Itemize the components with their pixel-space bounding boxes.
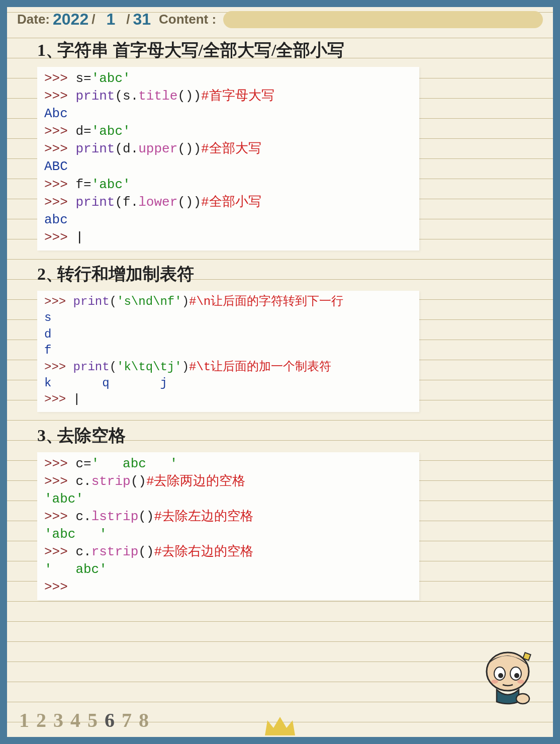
section-2-text: 转行和增加制表符 bbox=[57, 265, 194, 283]
svg-point-8 bbox=[516, 694, 529, 704]
page-4[interactable]: 4 bbox=[70, 709, 87, 731]
date-label: Date: bbox=[17, 12, 50, 27]
notebook-paper: Date: 2022 / 1 / 31 Content : 1、字符串 首字母大… bbox=[7, 7, 553, 737]
content-field[interactable] bbox=[223, 11, 543, 28]
section-1-title: 1、字符串 首字母大写/全部大写/全部小写 bbox=[7, 29, 553, 65]
date-day: 31 bbox=[133, 10, 151, 29]
page-2[interactable]: 2 bbox=[36, 709, 53, 731]
svg-point-7 bbox=[517, 680, 524, 684]
character-sticker bbox=[473, 644, 538, 712]
content-label: Content : bbox=[159, 12, 216, 27]
date-month: 1 bbox=[98, 10, 123, 29]
pager: 12345678 bbox=[19, 708, 156, 732]
section-2-num: 2、 bbox=[37, 263, 57, 286]
svg-point-4 bbox=[498, 673, 503, 678]
page-7[interactable]: 7 bbox=[122, 709, 139, 731]
footer: 12345678 bbox=[19, 708, 541, 732]
code-block-1: >>> s='abc' >>> print(s.title())#首字母大写 A… bbox=[37, 67, 419, 251]
section-3-text: 去除空格 bbox=[57, 426, 126, 445]
page-6[interactable]: 6 bbox=[105, 709, 122, 731]
page-1[interactable]: 1 bbox=[19, 709, 36, 731]
section-3-title: 3、去除空格 bbox=[7, 414, 553, 450]
code-block-2: >>> print('s\nd\nf')#\n让后面的字符转到下一行 s d f… bbox=[37, 291, 419, 412]
section-1-num: 1、 bbox=[37, 39, 57, 62]
date-sep2: / bbox=[126, 12, 130, 27]
date-sep1: / bbox=[91, 12, 95, 27]
page-5[interactable]: 5 bbox=[87, 709, 105, 731]
svg-point-6 bbox=[491, 680, 498, 684]
section-2-title: 2、转行和增加制表符 bbox=[7, 253, 553, 289]
code-block-3: >>> c=' abc ' >>> c.strip()#去除两边的空格 'abc… bbox=[37, 452, 419, 601]
svg-point-5 bbox=[514, 673, 519, 678]
page-3[interactable]: 3 bbox=[53, 709, 70, 731]
page-8[interactable]: 8 bbox=[139, 709, 156, 731]
section-1-text: 字符串 首字母大写/全部大写/全部小写 bbox=[57, 41, 344, 59]
svg-rect-1 bbox=[523, 652, 530, 660]
section-3-num: 3、 bbox=[37, 424, 57, 447]
header-row: Date: 2022 / 1 / 31 Content : bbox=[7, 7, 553, 29]
date-year: 2022 bbox=[53, 10, 88, 29]
